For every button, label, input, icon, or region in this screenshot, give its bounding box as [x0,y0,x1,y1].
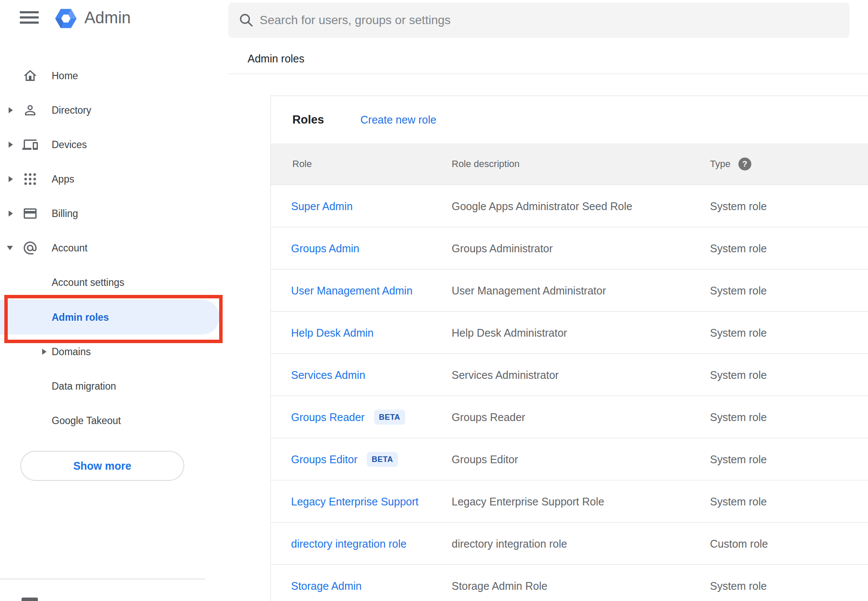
role-description: User Management Administrator [452,284,606,297]
table-row: Services AdminServices AdministratorSyst… [271,354,868,396]
sidebar-item-billing[interactable]: Billing [0,196,228,231]
sidebar-item-google-takeout[interactable]: Google Takeout [0,403,228,438]
role-type: System role [710,284,767,297]
role-type: System role [710,242,767,254]
role-cell: Storage Admin [291,579,362,592]
expand-arrow-icon[interactable] [9,211,13,217]
column-header-type-label: Type [710,158,731,170]
table-row: Groups EditorBETAGroups EditorSystem rol… [271,438,868,480]
role-type: System role [710,411,767,423]
role-cell: Super Admin [291,200,353,212]
role-cell: Groups Admin [291,242,359,254]
table-row: Groups AdminGroups AdministratorSystem r… [271,227,868,270]
role-type: System role [710,369,767,381]
sidebar-item-label: Directory [52,105,91,116]
expand-arrow-icon[interactable] [9,176,13,182]
role-description: Groups Reader [452,411,525,423]
role-link[interactable]: Help Desk Admin [291,326,374,339]
search-icon [239,13,254,28]
sidebar-item-label: Account [52,242,87,254]
role-type: System role [710,495,767,508]
sidebar-item-admin-roles[interactable]: Admin roles [0,300,228,335]
sidebar-item-domains[interactable]: Domains [0,335,228,369]
table-row: directory integration roledirectory inte… [271,523,868,565]
role-type: System role [710,326,767,339]
role-description: Groups Administrator [452,242,553,254]
google-admin-console: Admin HomeDirectoryDevicesAppsBillingAcc… [0,0,868,601]
role-cell: directory integration role [291,537,406,550]
sidebar-item-devices[interactable]: Devices [0,127,228,162]
role-description: Services Administrator [452,369,559,381]
at-icon [22,240,38,256]
role-description: Groups Editor [452,453,518,465]
sidebar-item-apps[interactable]: Apps [0,162,228,196]
role-description: Storage Admin Role [452,579,547,592]
sidebar-item-account[interactable]: Account [0,231,228,265]
breadcrumb: Admin roles [248,53,304,65]
role-link[interactable]: Super Admin [291,200,353,212]
role-description: Help Desk Administrator [452,326,567,339]
role-type: System role [710,200,767,212]
header-divider [228,74,868,74]
apps-icon [22,171,38,187]
main-content: Search for users, groups or settings Adm… [228,0,868,601]
role-link[interactable]: Services Admin [291,369,365,381]
role-link[interactable]: Storage Admin [291,579,362,592]
collapse-arrow-icon[interactable] [7,246,13,250]
sidebar-item-account-settings[interactable]: Account settings [0,265,228,300]
role-cell: Groups ReaderBETA [291,409,405,424]
sidebar-item-label: Domains [52,346,91,358]
search-placeholder: Search for users, groups or settings [260,13,451,27]
sidebar-nav: HomeDirectoryDevicesAppsBillingAccountAc… [0,59,228,438]
table-header-row: Role Role description Type ? [271,143,868,185]
menu-icon[interactable] [20,11,39,26]
table-row: Storage AdminStorage Admin RoleSystem ro… [271,565,868,601]
expand-arrow-icon[interactable] [9,142,13,148]
role-link[interactable]: Groups Editor [291,453,357,465]
table-row: Help Desk AdminHelp Desk AdministratorSy… [271,312,868,354]
sidebar-item-label: Admin roles [52,311,109,323]
role-type: System role [710,453,767,465]
role-type: System role [710,579,767,592]
home-icon [22,68,38,84]
table-row: Groups ReaderBETAGroups ReaderSystem rol… [271,396,868,438]
roles-title: Roles [292,113,324,127]
roles-card-header: Roles Create new role [271,96,868,143]
sidebar-header: Admin [0,0,228,37]
sidebar-divider [0,579,205,579]
app-title: Admin [84,9,131,27]
person-icon [22,102,38,118]
role-cell: Services Admin [291,369,365,381]
role-cell: Help Desk Admin [291,326,374,339]
role-type: Custom role [710,537,768,550]
sidebar-item-label: Google Takeout [52,415,121,427]
sidebar-item-home[interactable]: Home [0,59,228,93]
sidebar-item-label: Data migration [52,381,116,392]
roles-table-body: Super AdminGoogle Apps Administrator See… [271,185,868,601]
sidebar-item-label: Account settings [52,277,124,288]
sidebar-item-data-migration[interactable]: Data migration [0,369,228,403]
sidebar-item-directory[interactable]: Directory [0,93,228,127]
help-icon[interactable]: ? [738,158,751,170]
active-item-pill [0,300,220,335]
sidebar-item-label: Devices [52,139,87,151]
beta-badge: BETA [367,452,398,467]
search-input[interactable]: Search for users, groups or settings [228,3,849,38]
role-link[interactable]: Groups Admin [291,242,359,254]
role-link[interactable]: Legacy Enterprise Support [291,495,418,508]
table-row: Legacy Enterprise SupportLegacy Enterpri… [271,480,868,523]
role-link[interactable]: User Management Admin [291,284,412,297]
admin-logo-icon [54,7,78,30]
table-row: Super AdminGoogle Apps Administrator See… [271,185,868,227]
show-more-button[interactable]: Show more [20,451,184,481]
role-description: Legacy Enterprise Support Role [452,495,604,508]
column-header-description: Role description [452,158,520,170]
create-new-role-link[interactable]: Create new role [360,114,436,126]
role-link[interactable]: directory integration role [291,537,406,550]
role-link[interactable]: Groups Reader [291,411,365,423]
sidebar-item-label: Apps [52,173,74,185]
expand-arrow-icon[interactable] [42,349,46,355]
beta-badge: BETA [374,409,405,424]
sidebar-item-label: Home [52,70,78,82]
expand-arrow-icon[interactable] [9,107,13,113]
